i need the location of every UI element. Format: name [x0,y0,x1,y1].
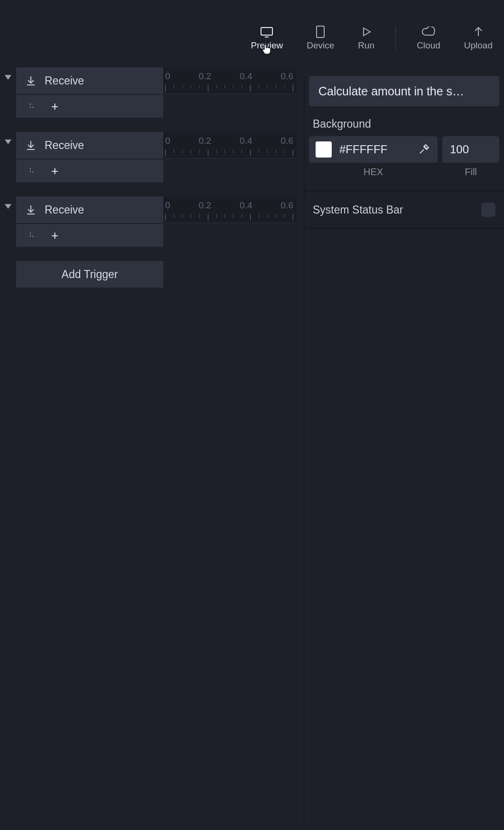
fill-sublabel: Fill [442,167,499,177]
timeline-ruler[interactable]: 0 0.2 0.4 0.6 [163,67,296,94]
background-sublabels: HEX Fill [304,163,504,177]
trigger-block: Receive + [0,196,163,247]
run-label: Run [358,40,374,51]
add-trigger-button[interactable]: Add Trigger [16,261,163,288]
fill-value: 100 [450,143,469,156]
upload-button[interactable]: Upload [461,25,495,51]
tick-label: 0.6 [281,136,293,146]
trigger-rows: Receive + [16,196,163,247]
tick-label: 0.4 [240,200,252,211]
tick-label: 0.6 [281,71,293,82]
hex-sublabel: HEX [309,167,438,177]
receive-icon [24,203,38,217]
svg-rect-0 [261,28,272,35]
tick-label: 0.2 [199,200,211,211]
trigger-add-action[interactable]: + [16,224,163,247]
upload-label: Upload [464,40,493,51]
ruler-block: 0 0.2 0.4 0.6 [163,67,296,118]
svg-rect-1 [317,26,324,37]
tick-label: 0 [165,71,170,82]
plus-icon: + [51,100,58,112]
selection-title[interactable]: Calculate amount in the s… [309,76,499,106]
triggers-column: Receive + Receive [0,67,163,288]
trigger-block: Receive + [0,132,163,182]
trigger-add-action[interactable]: + [16,159,163,182]
receive-icon [24,74,38,88]
eyedropper-icon[interactable] [417,142,431,157]
toolbar: Preview Device Run Cloud Upload [248,19,495,57]
subaction-icon [28,101,39,112]
collapse-toggle[interactable] [0,196,16,209]
system-status-bar-row: System Status Bar [304,191,504,228]
ruler-block: 0 0.2 0.4 0.6 [163,196,296,247]
cloud-button[interactable]: Cloud [414,25,443,51]
trigger-row-receive[interactable]: Receive [16,67,163,94]
toolbar-group-right: Cloud Upload [414,25,495,51]
device-icon [312,25,328,38]
trigger-label: Receive [45,204,84,216]
plus-icon: + [51,229,58,242]
device-button[interactable]: Device [304,25,337,51]
monitor-icon [259,25,275,38]
run-button[interactable]: Run [355,25,377,51]
play-icon [358,25,374,38]
subaction-icon [28,230,39,241]
tick-label: 0.2 [199,71,211,82]
panel-divider [304,228,504,229]
tick-label: 0.2 [199,136,211,146]
trigger-rows: Receive + [16,132,163,182]
preview-label: Preview [251,40,283,51]
inspector-panel: Calculate amount in the s… Background #F… [304,76,504,830]
tick-label: 0 [165,200,170,211]
trigger-rows: Receive + [16,67,163,118]
toolbar-group-left: Preview Device Run [248,25,378,51]
toolbar-separator [395,26,396,50]
background-label: Background [313,118,504,131]
color-swatch[interactable] [316,141,332,158]
hex-field[interactable]: #FFFFFF [309,136,438,163]
trigger-label: Receive [45,139,84,152]
trigger-add-action[interactable]: + [16,95,163,118]
plus-icon: + [51,165,58,177]
timeline-ruler[interactable]: 0 0.2 0.4 0.6 [163,196,296,223]
receive-icon [24,138,38,152]
timeline-column: 0 0.2 0.4 0.6 0 0.2 0.4 0.6 [163,67,296,247]
device-label: Device [307,40,334,51]
tick-label: 0 [165,136,170,146]
fill-field[interactable]: 100 [442,136,499,163]
add-trigger-label: Add Trigger [62,268,118,281]
tick-label: 0.4 [240,136,252,146]
collapse-toggle[interactable] [0,132,16,144]
trigger-row-receive[interactable]: Receive [16,132,163,159]
timeline-ruler[interactable]: 0 0.2 0.4 0.6 [163,132,296,159]
background-row: #FFFFFF 100 [304,136,504,163]
system-status-bar-checkbox[interactable] [481,203,495,217]
cloud-icon [420,25,437,38]
trigger-block: Receive + [0,67,163,118]
cloud-label: Cloud [417,40,440,51]
selection-title-text: Calculate amount in the s… [318,84,464,98]
trigger-row-receive[interactable]: Receive [16,196,163,223]
tick-label: 0.4 [240,71,252,82]
preview-button[interactable]: Preview [248,25,286,51]
subaction-icon [28,165,39,177]
trigger-label: Receive [45,75,84,87]
upload-icon [470,25,486,38]
hex-value: #FFFFFF [339,143,409,156]
tick-label: 0.6 [281,200,293,211]
system-status-bar-label: System Status Bar [313,204,403,216]
ruler-block: 0 0.2 0.4 0.6 [163,132,296,182]
collapse-toggle[interactable] [0,67,16,80]
